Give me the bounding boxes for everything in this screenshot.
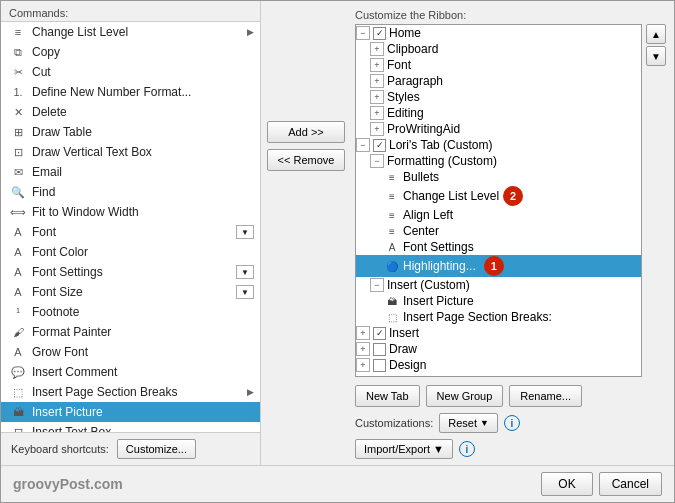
tree-expand-loris-tab[interactable]: − [356,138,370,152]
tree-expand-clipboard[interactable]: + [370,42,384,56]
left-list-item-email[interactable]: ✉Email [1,162,260,182]
tree-item-paragraph[interactable]: +Paragraph [356,73,641,89]
tree-item-font[interactable]: +Font [356,57,641,73]
left-list-item-font-settings[interactable]: AFont Settings▼ [1,262,260,282]
tree-item-label-design: Design [389,358,426,372]
tree-item-change-list-level[interactable]: ≡Change List Level2 [356,185,641,207]
left-list-item-insert-comment[interactable]: 💬Insert Comment [1,362,260,382]
tree-item-font-settings[interactable]: AFont Settings [356,239,641,255]
left-list-item-grow-font[interactable]: AGrow Font [1,342,260,362]
left-item-label-find: Find [32,185,254,199]
right-bottom-area: New Tab New Group Rename... Customizatio… [355,377,666,465]
left-item-label-insert-page-section-breaks: Insert Page Section Breaks [32,385,247,399]
tree-item-label-insert-page-section-r: Insert Page Section Breaks: [403,310,552,324]
item-icon-fit-to-window-width: ⟺ [9,204,27,220]
left-list-item-cut[interactable]: ✂Cut [1,62,260,82]
left-item-label-copy: Copy [32,45,254,59]
tree-item-loris-tab[interactable]: −Lori's Tab (Custom) [356,137,641,153]
tree-expand-formatting-custom[interactable]: − [370,154,384,168]
badge-1: 1 [484,256,504,276]
tree-expand-design[interactable]: + [356,358,370,372]
item-icon-grow-font: A [9,344,27,360]
tree-item-bullets[interactable]: ≡Bullets [356,169,641,185]
left-list-item-draw-table[interactable]: ⊞Draw Table [1,122,260,142]
tree-expand-draw[interactable]: + [356,342,370,356]
left-list-item-copy[interactable]: ⧉Copy [1,42,260,62]
tree-item-styles[interactable]: +Styles [356,89,641,105]
left-list-item-delete[interactable]: ✕Delete [1,102,260,122]
tree-checkbox-design[interactable] [373,359,386,372]
tree-item-draw[interactable]: +Draw [356,341,641,357]
ribbon-tree[interactable]: −Home+Clipboard+Font+Paragraph+Styles+Ed… [355,24,642,377]
left-list-item-format-painter[interactable]: 🖌Format Painter [1,322,260,342]
tree-item-label-insert-custom: Insert (Custom) [387,278,470,292]
add-button[interactable]: Add >> [267,121,345,143]
tree-expand-styles[interactable]: + [370,90,384,104]
item-icon-find: 🔍 [9,184,27,200]
tree-expand-insert[interactable]: + [356,326,370,340]
tree-item-align-left[interactable]: ≡Align Left [356,207,641,223]
left-list-item-change-list-level[interactable]: ≡Change List Level [1,22,260,42]
tree-item-insert-custom[interactable]: −Insert (Custom) [356,277,641,293]
left-list-item-draw-vertical-text-box[interactable]: ⊡Draw Vertical Text Box [1,142,260,162]
tree-item-label-home: Home [389,26,421,40]
tree-item-insert[interactable]: +Insert [356,325,641,341]
tree-expand-home[interactable]: − [356,26,370,40]
left-list-item-fit-to-window-width[interactable]: ⟺Fit to Window Width [1,202,260,222]
left-list-item-font-color[interactable]: AFont Color [1,242,260,262]
left-list-item-insert-text-box[interactable]: ⊡Insert Text Box [1,422,260,432]
new-tab-button[interactable]: New Tab [355,385,420,407]
import-export-row: Import/Export ▼ i [355,439,666,459]
right-list-container: −Home+Clipboard+Font+Paragraph+Styles+Ed… [355,24,666,377]
cancel-button[interactable]: Cancel [599,472,662,496]
tree-item-icon-center: ≡ [384,224,400,238]
left-item-label-font-settings: Font Settings [32,265,236,279]
rename-button[interactable]: Rename... [509,385,582,407]
tree-checkbox-loris-tab[interactable] [373,139,386,152]
tree-item-clipboard[interactable]: +Clipboard [356,41,641,57]
left-item-label-format-painter: Format Painter [32,325,254,339]
left-list-item-font-size[interactable]: AFont Size▼ [1,282,260,302]
tree-item-center[interactable]: ≡Center [356,223,641,239]
left-item-label-font-color: Font Color [32,245,254,259]
import-export-button[interactable]: Import/Export ▼ [355,439,453,459]
tree-expand-font[interactable]: + [370,58,384,72]
scroll-down-button[interactable]: ▼ [646,46,666,66]
tree-checkbox-home[interactable] [373,27,386,40]
ok-button[interactable]: OK [541,472,592,496]
tree-expand-prowritingaid[interactable]: + [370,122,384,136]
tree-checkbox-insert[interactable] [373,327,386,340]
tree-item-highlighted[interactable]: 🔵Highlighting...1 [356,255,641,277]
tree-item-label-bullets: Bullets [403,170,439,184]
tree-item-prowritingaid[interactable]: +ProWritingAid [356,121,641,137]
reset-button[interactable]: Reset ▼ [439,413,498,433]
left-list-item-insert-picture[interactable]: 🏔Insert Picture [1,402,260,422]
keyboard-shortcuts-area: Keyboard shortcuts: Customize... [1,432,260,465]
tree-item-insert-picture-r[interactable]: 🏔Insert Picture [356,293,641,309]
left-item-label-insert-comment: Insert Comment [32,365,254,379]
tree-expand-insert-custom[interactable]: − [370,278,384,292]
left-list-item-footnote[interactable]: ¹Footnote [1,302,260,322]
new-group-button[interactable]: New Group [426,385,504,407]
tree-expand-editing[interactable]: + [370,106,384,120]
left-list-item-define-number-format[interactable]: 1.Define New Number Format... [1,82,260,102]
tree-item-editing[interactable]: +Editing [356,105,641,121]
customize-button[interactable]: Customize... [117,439,196,459]
tree-item-formatting-custom[interactable]: −Formatting (Custom) [356,153,641,169]
control-font-size: ▼ [236,285,254,299]
reset-info-icon: i [504,415,520,431]
tree-expand-paragraph[interactable]: + [370,74,384,88]
tree-item-label-change-list-level: Change List Level [403,189,499,203]
tree-checkbox-draw[interactable] [373,343,386,356]
left-item-label-fit-to-window-width: Fit to Window Width [32,205,254,219]
remove-button[interactable]: << Remove [267,149,345,171]
tree-item-insert-page-section-r[interactable]: ⬚Insert Page Section Breaks: [356,309,641,325]
left-list-item-find[interactable]: 🔍Find [1,182,260,202]
left-item-label-email: Email [32,165,254,179]
left-list-item-font[interactable]: AFont▼ [1,222,260,242]
commands-label: Commands: [1,1,260,22]
scroll-up-button[interactable]: ▲ [646,24,666,44]
tree-item-design[interactable]: +Design [356,357,641,373]
left-list-item-insert-page-section-breaks[interactable]: ⬚Insert Page Section Breaks [1,382,260,402]
tree-item-home[interactable]: −Home [356,25,641,41]
